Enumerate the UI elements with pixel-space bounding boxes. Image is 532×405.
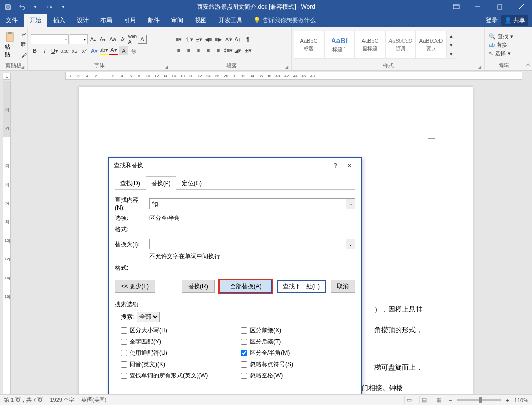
style-item[interactable]: AaBbCcD强调 bbox=[385, 31, 416, 59]
superscript-icon[interactable]: x² bbox=[80, 46, 89, 55]
checkbox-option[interactable]: 忽略标点符号(S) bbox=[241, 360, 355, 369]
replace-all-button[interactable]: 全部替换(A) bbox=[220, 280, 272, 293]
tab-home[interactable]: 开始 bbox=[24, 14, 47, 27]
less-button[interactable]: << 更少(L) bbox=[115, 280, 155, 293]
undo-icon[interactable] bbox=[18, 3, 26, 11]
font-name-combo[interactable]: ▾ bbox=[31, 34, 69, 44]
style-item[interactable]: AaBl标题 1 bbox=[324, 31, 355, 59]
read-mode-icon[interactable]: ▭ bbox=[404, 396, 414, 404]
status-lang[interactable]: 英语(美国) bbox=[81, 396, 106, 404]
font-color-icon[interactable]: A▾ bbox=[109, 46, 118, 55]
subscript-icon[interactable]: x₂ bbox=[70, 46, 79, 55]
maximize-icon[interactable] bbox=[489, 0, 510, 14]
login-link[interactable]: 登录 bbox=[486, 16, 498, 25]
font-launcher[interactable]: ◢ bbox=[165, 65, 168, 69]
align-center-icon[interactable]: ≡ bbox=[184, 46, 193, 55]
style-gallery[interactable]: AaBbC标题 AaBl标题 1 AaBbC副标题 AaBbCcD强调 AaBb… bbox=[294, 31, 456, 59]
clear-formatting-icon[interactable]: A̷ bbox=[118, 35, 127, 44]
char-shading-icon[interactable]: A bbox=[119, 46, 128, 55]
zoom-level[interactable]: 110% bbox=[514, 397, 528, 403]
tab-references[interactable]: 引用 bbox=[118, 14, 142, 27]
zoom-slider[interactable] bbox=[457, 399, 501, 401]
dialog-close-icon[interactable]: ✕ bbox=[342, 162, 356, 169]
copy-icon[interactable]: ⿻ bbox=[19, 40, 28, 49]
styles-up-icon[interactable]: ▴ bbox=[447, 31, 456, 40]
checkbox-option[interactable]: 查找单词的所有形式(英文)(W) bbox=[121, 372, 235, 380]
checkbox-option[interactable]: 同音(英文)(K) bbox=[121, 360, 235, 369]
tab-goto[interactable]: 定位(G) bbox=[176, 176, 207, 190]
find-next-button[interactable]: 查找下一处(F) bbox=[277, 280, 326, 293]
change-case-icon[interactable]: Aa bbox=[108, 35, 117, 44]
vertical-ruler[interactable]: |4||2||2||4||6||8||10||12||14||16| bbox=[3, 81, 11, 394]
tab-file[interactable]: 文件 bbox=[0, 14, 24, 27]
print-layout-icon[interactable]: ▤ bbox=[419, 396, 429, 404]
clipboard-launcher[interactable]: ◢ bbox=[21, 65, 24, 69]
qat-customize-icon[interactable]: ▼ bbox=[59, 3, 67, 11]
replace-dropdown-icon[interactable]: ⌄ bbox=[346, 239, 355, 249]
grow-font-icon[interactable]: A▴ bbox=[89, 35, 98, 44]
font-size-combo[interactable]: ▾ bbox=[70, 34, 88, 44]
checkbox-option[interactable]: 区分大小写(H) bbox=[121, 326, 235, 335]
share-button[interactable]: 👤共享 bbox=[501, 15, 528, 26]
tell-me[interactable]: 💡 告诉我你想要做什么 bbox=[248, 14, 316, 27]
horizontal-ruler[interactable]: 8642246810121416182022242628303234363840… bbox=[65, 72, 522, 80]
tab-design[interactable]: 设计 bbox=[71, 14, 95, 27]
find-input[interactable]: ⌄ bbox=[149, 198, 355, 209]
shading-icon[interactable]: ◢▾ bbox=[233, 46, 242, 55]
checkbox-option[interactable]: 区分后缀(T) bbox=[241, 338, 355, 346]
zoom-out-icon[interactable]: − bbox=[449, 397, 452, 403]
ribbon-options-icon[interactable] bbox=[445, 0, 467, 14]
tab-view[interactable]: 视图 bbox=[189, 14, 213, 27]
checkbox-option[interactable]: 区分全/半角(M) bbox=[241, 349, 355, 357]
style-item[interactable]: AaBbC副标题 bbox=[355, 31, 385, 59]
paste-button[interactable]: 粘贴 bbox=[2, 31, 18, 59]
underline-icon[interactable]: U▾ bbox=[50, 46, 59, 55]
checkbox-option[interactable]: 区分前缀(X) bbox=[241, 326, 355, 335]
justify-icon[interactable]: ≡ bbox=[204, 46, 213, 55]
char-border-icon[interactable]: A bbox=[138, 35, 147, 44]
numbering-icon[interactable]: ⒈▾ bbox=[184, 35, 193, 44]
shrink-font-icon[interactable]: A▾ bbox=[99, 35, 107, 44]
text-effects-icon[interactable]: A▾ bbox=[90, 46, 99, 55]
asian-layout-icon[interactable]: ✕▾ bbox=[224, 35, 233, 44]
styles-launcher[interactable]: ◢ bbox=[478, 65, 481, 69]
format-painter-icon[interactable]: 🖌 bbox=[19, 51, 28, 60]
checkbox-option[interactable]: 忽略空格(W) bbox=[241, 372, 355, 380]
dialog-help-icon[interactable]: ? bbox=[329, 162, 342, 169]
tab-mailings[interactable]: 邮件 bbox=[142, 14, 166, 27]
qat-dropdown-icon[interactable]: ▼ bbox=[32, 3, 39, 11]
strikethrough-icon[interactable]: abc bbox=[60, 46, 69, 55]
status-words[interactable]: 1929 个字 bbox=[50, 396, 74, 404]
tab-developer[interactable]: 开发工具 bbox=[213, 14, 248, 27]
decrease-indent-icon[interactable]: ◀≡ bbox=[204, 35, 213, 44]
italic-icon[interactable]: I bbox=[40, 46, 49, 55]
find-dropdown-icon[interactable]: ⌄ bbox=[346, 199, 355, 209]
sort-icon[interactable]: A↓ bbox=[233, 35, 242, 44]
bold-icon[interactable]: B bbox=[31, 46, 39, 55]
bullets-icon[interactable]: ≡▾ bbox=[174, 35, 183, 44]
multilevel-icon[interactable]: ⊟▾ bbox=[194, 35, 203, 44]
cut-icon[interactable]: ✂ bbox=[19, 30, 28, 39]
distributed-icon[interactable]: ≡ bbox=[214, 46, 223, 55]
close-icon[interactable] bbox=[510, 0, 532, 14]
tab-selector[interactable]: L bbox=[3, 73, 11, 80]
tab-review[interactable]: 审阅 bbox=[166, 14, 189, 27]
styles-more-icon[interactable]: ▾ bbox=[447, 49, 456, 58]
replace-button[interactable]: ab替换 bbox=[489, 41, 513, 49]
status-page[interactable]: 第 1 页，共 7 页 bbox=[4, 396, 43, 404]
save-icon[interactable] bbox=[4, 3, 12, 11]
tab-replace[interactable]: 替换(P) bbox=[146, 176, 176, 190]
tab-layout[interactable]: 布局 bbox=[95, 14, 118, 27]
search-dir-select[interactable]: 全部 bbox=[137, 312, 160, 322]
checkbox-option[interactable]: 全字匹配(Y) bbox=[121, 338, 235, 346]
tab-find[interactable]: 查找(D) bbox=[115, 176, 146, 190]
style-item[interactable]: AaBbCcD要点 bbox=[416, 31, 446, 59]
tab-insert[interactable]: 插入 bbox=[47, 14, 71, 27]
enclose-char-icon[interactable]: ㊕ bbox=[129, 46, 138, 55]
line-spacing-icon[interactable]: ‡≡▾ bbox=[224, 46, 233, 55]
web-layout-icon[interactable]: ▦ bbox=[434, 396, 444, 404]
replace-input[interactable]: ⌄ bbox=[149, 239, 355, 249]
styles-down-icon[interactable]: ▾ bbox=[447, 40, 456, 49]
collapse-ribbon-icon[interactable]: ㅅ bbox=[523, 27, 532, 70]
show-marks-icon[interactable]: ¶ bbox=[243, 35, 252, 44]
